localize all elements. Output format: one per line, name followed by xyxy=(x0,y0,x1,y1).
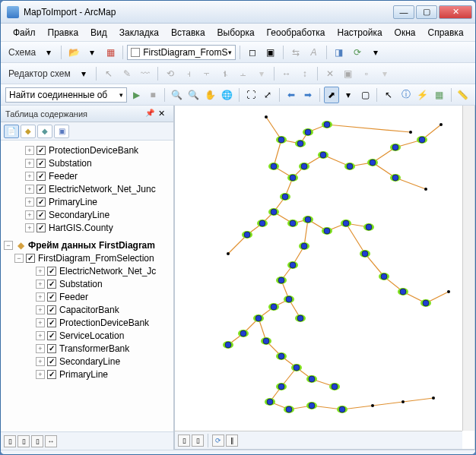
expand-icon[interactable]: + xyxy=(36,357,45,366)
group-icon[interactable]: ▣ xyxy=(340,65,357,82)
pan-icon[interactable]: ✋ xyxy=(202,87,217,103)
sketch-icon[interactable]: 〰 xyxy=(137,65,154,82)
fixed-zoom-out-icon[interactable]: ⤢ xyxy=(260,87,275,103)
distribute-h-icon[interactable]: ↔ xyxy=(278,65,295,82)
expand-icon[interactable]: + xyxy=(36,292,45,302)
menu-view[interactable]: Вид xyxy=(84,25,113,40)
layer-checkbox[interactable] xyxy=(47,344,56,353)
pause-drawing-button[interactable]: ‖ xyxy=(226,434,238,447)
expand-icon[interactable]: + xyxy=(25,223,34,232)
collapse-icon[interactable]: − xyxy=(14,254,24,263)
toc-tab-visibility[interactable]: ◆ xyxy=(37,125,52,138)
layer-checkbox[interactable] xyxy=(36,223,46,232)
menu-insert[interactable]: Вставка xyxy=(165,25,211,40)
layer-checkbox[interactable] xyxy=(36,172,46,181)
options-dropdown-icon[interactable]: ▾ xyxy=(367,44,384,61)
layer-checkbox[interactable] xyxy=(47,280,56,289)
menu-edit[interactable]: Правка xyxy=(42,25,85,40)
diagram-select[interactable]: FirstDiagram_FromS ▾ xyxy=(127,45,235,60)
align-top-icon[interactable]: ⫠ xyxy=(235,65,252,82)
layer-checkbox[interactable] xyxy=(47,357,56,366)
toc-tab-source[interactable]: ◆ xyxy=(21,125,36,138)
layer-checkbox[interactable] xyxy=(47,318,56,327)
layer-checkbox[interactable] xyxy=(36,210,46,220)
collapse-icon[interactable]: − xyxy=(4,241,13,250)
toc-tab-drawing-order[interactable]: 📄 xyxy=(4,125,19,138)
expand-icon[interactable]: + xyxy=(36,344,45,353)
align-down-icon[interactable]: ▾ xyxy=(253,65,270,82)
footer-btn-c[interactable]: ▯ xyxy=(31,435,43,447)
layout-view-button[interactable]: ▯ xyxy=(192,434,204,447)
layer-checkbox[interactable] xyxy=(36,146,46,155)
clear-icon[interactable]: ▫ xyxy=(358,65,375,82)
rotate-icon[interactable]: ⟲ xyxy=(162,65,179,82)
schema-dropdown-icon[interactable]: ▾ xyxy=(40,44,57,61)
layer-checkbox[interactable] xyxy=(36,197,46,207)
fixed-zoom-in-icon[interactable]: ⛶ xyxy=(243,87,259,103)
hyperlink-icon[interactable]: ⚡ xyxy=(415,87,430,103)
editor-dropdown-icon[interactable]: ▾ xyxy=(75,65,92,82)
layer-checkbox[interactable] xyxy=(47,267,56,276)
align-right-icon[interactable]: ⫮ xyxy=(217,65,233,82)
expand-icon[interactable]: + xyxy=(25,172,34,181)
stop-icon[interactable]: ■ xyxy=(145,87,160,103)
next-extent-icon[interactable]: ➡ xyxy=(300,87,316,103)
layer-checkbox[interactable] xyxy=(47,331,56,340)
data-view-button[interactable]: ▯ xyxy=(178,434,190,447)
html-popup-icon[interactable]: ▦ xyxy=(432,87,447,103)
footer-btn-b[interactable]: ▯ xyxy=(17,435,30,447)
maximize-button[interactable]: ▢ xyxy=(416,5,437,19)
layer-checkbox[interactable] xyxy=(47,370,56,379)
edit-vertex-icon[interactable]: ✎ xyxy=(119,65,135,82)
toc-tab-selection[interactable]: ▣ xyxy=(54,125,69,138)
expand-icon[interactable]: + xyxy=(36,305,45,314)
save-icon[interactable]: ▾ xyxy=(84,44,100,61)
menu-bookmarks[interactable]: Закладка xyxy=(113,25,165,40)
align-left-icon[interactable]: ⫞ xyxy=(180,65,197,82)
map-canvas[interactable]: ▯ ▯ ⟳ ‖ xyxy=(174,106,475,450)
expand-icon[interactable]: + xyxy=(36,267,45,276)
refresh-icon[interactable]: ⟳ xyxy=(349,44,366,61)
menu-customize[interactable]: Настройка xyxy=(332,25,389,40)
minimize-button[interactable]: — xyxy=(393,5,414,19)
expand-icon[interactable]: + xyxy=(25,185,34,194)
select-features-icon[interactable]: ⬈ xyxy=(324,87,339,103)
layer-checkbox[interactable] xyxy=(47,305,56,314)
tree-layout-icon[interactable]: ◨ xyxy=(331,44,347,61)
close-toc-icon[interactable]: ✕ xyxy=(158,109,169,119)
layer-checkbox[interactable] xyxy=(26,254,35,263)
prev-extent-icon[interactable]: ⬅ xyxy=(284,87,299,103)
expand-icon[interactable]: + xyxy=(36,370,45,379)
expand-icon[interactable]: + xyxy=(36,280,45,289)
pin-icon[interactable]: 📌 xyxy=(145,109,156,119)
expand-icon[interactable]: + xyxy=(25,197,34,207)
expand-icon[interactable]: + xyxy=(36,318,45,327)
measure-icon[interactable]: 📏 xyxy=(455,87,471,103)
distribute-v-icon[interactable]: ↕ xyxy=(297,65,313,82)
select-dropdown-icon[interactable]: ▾ xyxy=(341,87,356,103)
zoom-out-icon[interactable]: 🔍 xyxy=(186,87,201,103)
menu-windows[interactable]: Окна xyxy=(389,25,422,40)
menu-help[interactable]: Справка xyxy=(421,25,469,40)
open-icon[interactable]: 📂 xyxy=(65,44,82,61)
close-button[interactable]: ✕ xyxy=(439,5,472,19)
move-icon[interactable]: ↖ xyxy=(100,65,117,82)
map-vertical-scrollbar[interactable] xyxy=(462,106,474,431)
footer-btn-a[interactable]: ▯ xyxy=(4,435,16,447)
font-icon[interactable]: A xyxy=(306,44,322,61)
layer-checkbox[interactable] xyxy=(36,159,46,168)
expand-icon[interactable]: + xyxy=(25,146,34,155)
layers-icon[interactable]: ▦ xyxy=(102,44,119,61)
layer-checkbox[interactable] xyxy=(47,292,56,302)
find-connected-select[interactable]: Найти соединенные об ▾ xyxy=(5,87,127,103)
update-diagram-icon[interactable]: ▣ xyxy=(262,44,279,61)
map-view[interactable]: ▯ ▯ ⟳ ‖ xyxy=(174,106,475,450)
zoom-in-icon[interactable]: 🔍 xyxy=(169,87,184,103)
clear-selection-icon[interactable]: ▢ xyxy=(357,87,373,103)
propagate-icon[interactable]: ⇆ xyxy=(287,44,304,61)
more-down-icon[interactable]: ▾ xyxy=(376,65,393,82)
footer-btn-d[interactable]: ↔ xyxy=(45,435,57,447)
expand-icon[interactable]: + xyxy=(36,331,45,340)
align-center-icon[interactable]: ⫟ xyxy=(198,65,215,82)
menu-geoprocessing[interactable]: Геообработка xyxy=(261,25,332,40)
